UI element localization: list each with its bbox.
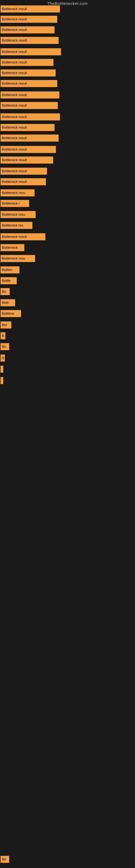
result-bar: Bottleneck result — [1, 16, 57, 23]
result-bar: Bot — [1, 321, 11, 329]
result-bar: Bottleneck result — [1, 26, 54, 33]
result-bar: Bo — [1, 288, 10, 295]
result-bar: Bottleneck res — [1, 222, 32, 229]
result-bar: Bottleneck — [1, 244, 24, 251]
result-bar: Bottleneck result — [1, 124, 54, 131]
result-bar: Bottleneck resu — [1, 189, 35, 196]
result-bar: Bottleneck result — [1, 91, 59, 98]
result-bar: Bottlen — [1, 267, 19, 273]
result-bar: Bottleneck result — [1, 37, 58, 44]
result-bar: Bottleneck result — [1, 69, 56, 76]
result-bar: Bottlene — [1, 310, 21, 317]
result-bar: Bottleneck r — [1, 200, 29, 207]
result-bar: Bottleneck result — [1, 156, 53, 163]
result-bar: Bottleneck result — [1, 48, 61, 55]
result-bar: Bottleneck result — [1, 59, 53, 66]
result-bar: Bottleneck result — [1, 113, 60, 120]
result-bar: Bottleneck result — [1, 146, 56, 153]
result-bar: B — [1, 354, 5, 362]
result-bar — [1, 366, 3, 373]
result-bar: B — [1, 332, 5, 339]
result-bar: Bottleneck result — [1, 5, 60, 12]
result-bar: Bottl — [1, 299, 15, 306]
result-bar: Bo — [1, 856, 9, 863]
result-bar: Bottleneck result — [1, 80, 57, 87]
result-bar: Bottleneck result — [1, 167, 47, 175]
result-bar: Bottleneck resu — [1, 211, 36, 218]
result-bar: Bottleneck result — [1, 178, 46, 185]
result-bar: Bottleneck resu — [1, 255, 35, 262]
result-bar: Bottle — [1, 277, 17, 284]
result-bar: Bo — [1, 343, 9, 350]
result-bar: Bottleneck result — [1, 233, 45, 240]
result-bar: Bottleneck result — [1, 102, 58, 109]
result-bar: Bottleneck result — [1, 134, 58, 142]
result-bar — [1, 377, 3, 384]
